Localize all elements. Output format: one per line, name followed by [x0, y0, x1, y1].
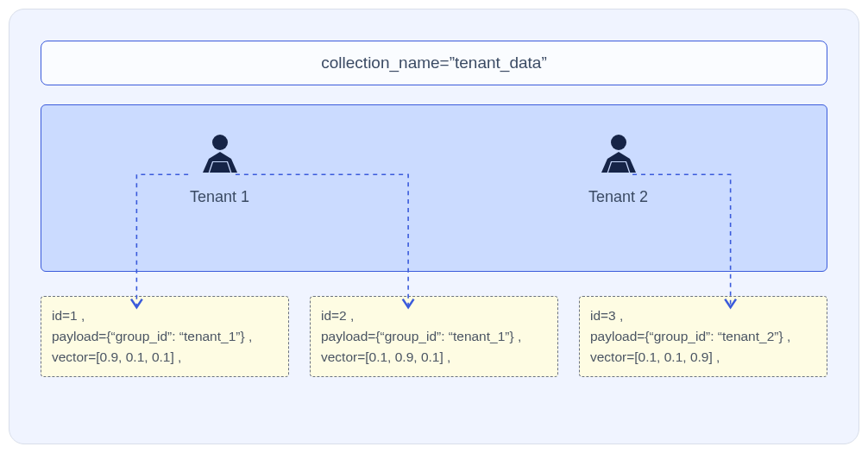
tenant-1-label: Tenant 1	[190, 188, 249, 206]
record-payload: payload={“group_id”: “tenant_1”} ,	[321, 326, 547, 347]
collection-header: collection_name=”tenant_data”	[41, 41, 827, 85]
user-laptop-icon	[595, 133, 642, 176]
tenant-2-label: Tenant 2	[588, 188, 648, 206]
record-payload: payload={“group_id”: “tenant_1”} ,	[52, 326, 278, 347]
tenant-1: Tenant 1	[190, 133, 249, 206]
tenant-area: Tenant 1 Tenant 2	[41, 104, 827, 272]
svg-point-1	[611, 135, 626, 150]
diagram-container: collection_name=”tenant_data” Tenant 1	[9, 9, 859, 444]
svg-point-0	[212, 135, 228, 150]
user-laptop-icon	[197, 133, 243, 176]
records-row: id=1 , payload={“group_id”: “tenant_1”} …	[41, 296, 827, 377]
record-id: id=3 ,	[590, 305, 816, 326]
tenant-2: Tenant 2	[588, 133, 648, 206]
record-id: id=2 ,	[321, 305, 547, 326]
record-2: id=2 , payload={“group_id”: “tenant_1”} …	[310, 296, 558, 377]
record-3: id=3 , payload={“group_id”: “tenant_2”} …	[579, 296, 827, 377]
collection-label: collection_name=”tenant_data”	[321, 53, 546, 72]
record-id: id=1 ,	[52, 305, 278, 326]
record-1: id=1 , payload={“group_id”: “tenant_1”} …	[41, 296, 289, 377]
record-payload: payload={“group_id”: “tenant_2”} ,	[590, 326, 816, 347]
record-vector: vector=[0.1, 0.9, 0.1] ,	[321, 347, 547, 368]
record-vector: vector=[0.9, 0.1, 0.1] ,	[52, 347, 278, 368]
record-vector: vector=[0.1, 0.1, 0.9] ,	[590, 347, 816, 368]
